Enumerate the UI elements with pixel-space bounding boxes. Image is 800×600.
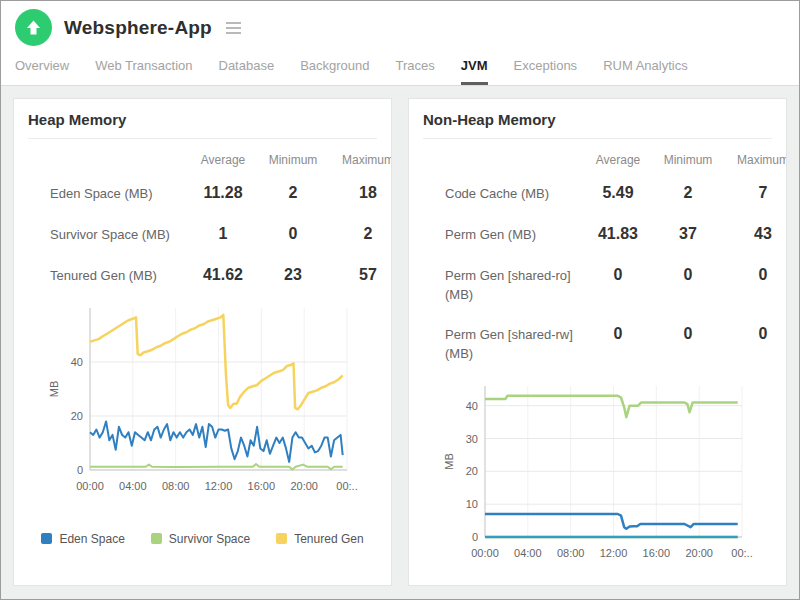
metric-label: Perm Gen (MB) xyxy=(423,212,583,253)
metric-label: Perm Gen [shared-rw] (MB) xyxy=(423,312,583,372)
metric-value: 0 xyxy=(258,212,328,253)
non-heap-memory-table: AverageMinimumMaximumCode Cache (MB)5.49… xyxy=(423,147,787,372)
tab-background[interactable]: Background xyxy=(300,58,369,85)
svg-text:20:00: 20:00 xyxy=(290,480,318,492)
svg-text:MB: MB xyxy=(48,380,60,397)
heap-memory-table: AverageMinimumMaximumEden Space (MB)11.2… xyxy=(28,147,392,294)
metric-value: 0 xyxy=(723,253,787,313)
svg-text:40: 40 xyxy=(71,356,83,368)
legend-swatch xyxy=(151,533,162,544)
metric-value: 0 xyxy=(653,253,723,313)
metric-label-header xyxy=(28,147,188,171)
svg-text:12:00: 12:00 xyxy=(600,547,628,559)
heap-memory-panel: Heap Memory AverageMinimumMaximumEden Sp… xyxy=(13,98,392,586)
metric-label: Eden Space (MB) xyxy=(28,171,188,212)
metric-value: 11.28 xyxy=(188,171,258,212)
app-title: Websphere-App xyxy=(64,17,212,39)
column-header: Minimum xyxy=(258,147,328,171)
svg-text:00:..: 00:.. xyxy=(731,547,752,559)
app-header: Websphere-App xyxy=(1,1,799,48)
column-header: Maximum xyxy=(328,147,392,171)
metric-label-header xyxy=(423,147,583,171)
column-header: Minimum xyxy=(653,147,723,171)
metric-value: 2 xyxy=(328,212,392,253)
svg-text:20:00: 20:00 xyxy=(685,547,713,559)
tab-bar: OverviewWeb TransactionDatabaseBackgroun… xyxy=(1,48,799,86)
tab-rum-analytics[interactable]: RUM Analytics xyxy=(603,58,688,85)
metric-label: Survivor Space (MB) xyxy=(28,212,188,253)
divider xyxy=(28,138,377,139)
svg-text:08:00: 08:00 xyxy=(557,547,585,559)
legend-label: Survivor Space xyxy=(169,532,250,546)
legend-label: Eden Space xyxy=(59,532,124,546)
metric-value: 1 xyxy=(188,212,258,253)
svg-text:12:00: 12:00 xyxy=(205,480,233,492)
legend-swatch xyxy=(41,533,52,544)
legend-item-eden-space[interactable]: Eden Space xyxy=(41,532,124,546)
svg-text:0: 0 xyxy=(77,464,83,476)
metric-value: 18 xyxy=(328,171,392,212)
svg-text:04:00: 04:00 xyxy=(514,547,542,559)
svg-text:30: 30 xyxy=(466,433,478,445)
svg-text:MB: MB xyxy=(443,453,455,470)
tab-traces[interactable]: Traces xyxy=(396,58,435,85)
column-header: Average xyxy=(188,147,258,171)
metric-value: 0 xyxy=(583,312,653,372)
metric-value: 0 xyxy=(653,312,723,372)
metric-value: 23 xyxy=(258,253,328,294)
hamburger-menu-icon[interactable] xyxy=(226,22,241,34)
panel-title: Non-Heap Memory xyxy=(423,111,772,138)
svg-text:04:00: 04:00 xyxy=(119,480,147,492)
column-header: Average xyxy=(583,147,653,171)
app-status-up-icon xyxy=(15,9,52,46)
heap-memory-legend: Eden SpaceSurvivor SpaceTenured Gen xyxy=(28,532,377,546)
svg-text:00:00: 00:00 xyxy=(471,547,499,559)
non-heap-memory-chart: 00:0004:0008:0012:0016:0020:0000:..01020… xyxy=(423,378,775,565)
svg-text:0: 0 xyxy=(472,531,478,543)
tab-overview[interactable]: Overview xyxy=(15,58,69,85)
legend-label: Tenured Gen xyxy=(294,532,363,546)
column-header: Maximum xyxy=(723,147,787,171)
svg-text:00:00: 00:00 xyxy=(76,480,104,492)
divider xyxy=(423,138,772,139)
tab-exceptions[interactable]: Exceptions xyxy=(514,58,578,85)
jvm-dashboard: Heap Memory AverageMinimumMaximumEden Sp… xyxy=(1,86,799,586)
svg-text:00:..: 00:.. xyxy=(336,480,357,492)
non-heap-memory-panel: Non-Heap Memory AverageMinimumMaximumCod… xyxy=(408,98,787,586)
metric-label: Code Cache (MB) xyxy=(423,171,583,212)
svg-text:20: 20 xyxy=(466,465,478,477)
metric-label: Perm Gen [shared-ro] (MB) xyxy=(423,253,583,313)
tab-jvm[interactable]: JVM xyxy=(461,58,488,85)
svg-text:08:00: 08:00 xyxy=(162,480,190,492)
svg-text:16:00: 16:00 xyxy=(248,480,276,492)
legend-swatch xyxy=(276,533,287,544)
app-window: Websphere-App OverviewWeb TransactionDat… xyxy=(0,0,800,600)
metric-value: 5.49 xyxy=(583,171,653,212)
tab-web-transaction[interactable]: Web Transaction xyxy=(95,58,192,85)
svg-text:16:00: 16:00 xyxy=(643,547,671,559)
metric-label: Tenured Gen (MB) xyxy=(28,253,188,294)
panel-title: Heap Memory xyxy=(28,111,377,138)
metric-value: 2 xyxy=(258,171,328,212)
metric-value: 0 xyxy=(723,312,787,372)
svg-text:20: 20 xyxy=(71,410,83,422)
tab-database[interactable]: Database xyxy=(219,58,275,85)
metric-value: 57 xyxy=(328,253,392,294)
svg-text:40: 40 xyxy=(466,400,478,412)
metric-value: 43 xyxy=(723,212,787,253)
metric-value: 37 xyxy=(653,212,723,253)
metric-value: 0 xyxy=(583,253,653,313)
legend-item-tenured-gen[interactable]: Tenured Gen xyxy=(276,532,363,546)
metric-value: 41.62 xyxy=(188,253,258,294)
svg-text:10: 10 xyxy=(466,498,478,510)
metric-value: 7 xyxy=(723,171,787,212)
legend-item-survivor-space[interactable]: Survivor Space xyxy=(151,532,250,546)
up-arrow-icon xyxy=(25,19,42,36)
metric-value: 41.83 xyxy=(583,212,653,253)
heap-memory-chart: 00:0004:0008:0012:0016:0020:0000:..02040… xyxy=(28,300,380,498)
metric-value: 2 xyxy=(653,171,723,212)
